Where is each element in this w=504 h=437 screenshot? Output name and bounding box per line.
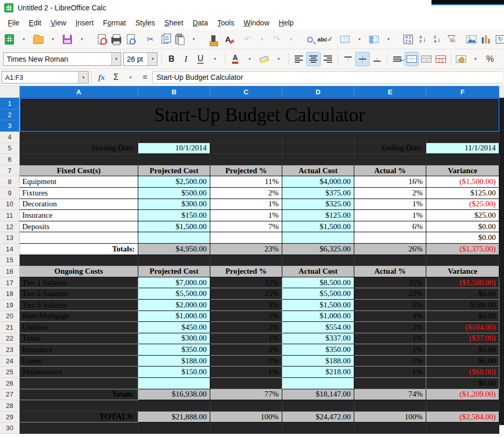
actual-pct-cell[interactable]: 2% <box>354 188 426 199</box>
variance-cell[interactable]: $0.00 <box>426 344 499 356</box>
row-header-5[interactable]: 5 <box>0 143 20 154</box>
row-header[interactable]: 23 <box>0 344 20 356</box>
cost-name-cell[interactable]: Equipment <box>20 176 138 188</box>
actual-cost-cell[interactable]: $1,000.00 <box>282 311 354 322</box>
cost-name-cell[interactable]: Fixtures <box>20 188 138 199</box>
totals-projected-cost-cell[interactable]: $16,938.00 <box>138 389 210 401</box>
row-header-16[interactable]: 16 <box>0 266 20 277</box>
clone-formatting-button[interactable] <box>207 33 220 46</box>
format-currency-button[interactable] <box>454 52 468 66</box>
variance-cell[interactable]: $0.00 <box>426 232 499 244</box>
cell[interactable] <box>138 132 210 143</box>
bold-button[interactable]: B <box>165 52 178 66</box>
header-cell[interactable]: Actual Cost <box>282 266 354 277</box>
cell[interactable] <box>426 422 499 434</box>
format-currency-dropdown[interactable]: ▾ <box>469 52 482 66</box>
cell[interactable] <box>282 255 354 266</box>
cell[interactable] <box>354 154 426 165</box>
projected-cost-cell[interactable]: $2,000.00 <box>138 300 210 311</box>
header-cell[interactable]: Actual Cost <box>282 165 354 177</box>
sort-ascending-button[interactable]: AZ↓ <box>416 33 429 46</box>
grand-totals-projected-cost-cell[interactable]: $21,888.00 <box>138 412 210 423</box>
menu-item[interactable]: Styles <box>131 17 160 29</box>
cell[interactable] <box>282 422 354 434</box>
insert-image-button[interactable] <box>465 33 478 46</box>
cell[interactable] <box>354 422 426 434</box>
variance-cell[interactable]: ($25.00) <box>426 199 499 210</box>
actual-pct-cell[interactable]: 1% <box>354 333 426 345</box>
sort-button[interactable]: A ZZ A <box>401 33 415 46</box>
row-header[interactable]: 25 <box>0 366 20 378</box>
cell[interactable] <box>354 400 426 412</box>
formula-input-line[interactable]: Start-Up Budget Calculator <box>152 71 502 83</box>
menu-item[interactable]: Edit <box>24 17 46 29</box>
header-cell[interactable]: Actual % <box>354 266 426 277</box>
variance-cell[interactable]: $0.00 <box>426 288 499 300</box>
insert-column-dropdown[interactable]: ▾ <box>382 33 395 46</box>
projected-cost-cell[interactable]: $1,000.00 <box>138 311 210 322</box>
cut-button[interactable]: ✂ <box>143 33 157 46</box>
insert-row-dropdown[interactable]: ▾ <box>353 33 366 46</box>
ending-date-value-cell[interactable]: 11/1/2014 <box>426 143 499 154</box>
menu-item[interactable]: Help <box>274 17 298 29</box>
actual-cost-cell[interactable]: $125.00 <box>282 210 354 221</box>
actual-pct-cell[interactable]: 1% <box>354 199 426 210</box>
print-button[interactable] <box>109 33 123 46</box>
cost-name-cell[interactable]: Insurance <box>20 210 138 221</box>
autofilter-button[interactable] <box>445 33 458 46</box>
variance-cell[interactable]: $25.00 <box>426 210 499 221</box>
cost-name-cell[interactable]: Decoration <box>20 199 138 210</box>
actual-pct-cell[interactable]: 1% <box>354 210 426 221</box>
variance-cell[interactable]: $0.00 <box>426 378 499 389</box>
row-header-4[interactable]: 4 <box>0 132 20 143</box>
projected-pct-cell[interactable]: 5% <box>210 311 282 322</box>
column-header-f[interactable]: F <box>426 86 499 98</box>
menu-item[interactable]: Format <box>98 17 131 29</box>
menu-item[interactable]: Window <box>239 17 274 29</box>
projected-cost-cell[interactable] <box>138 232 210 244</box>
grand-totals-projected-pct-cell[interactable]: 100% <box>210 412 282 423</box>
projected-cost-cell[interactable]: $500.00 <box>138 188 210 199</box>
actual-pct-cell[interactable]: 22% <box>354 288 426 300</box>
print-preview-button[interactable] <box>124 33 137 46</box>
variance-cell[interactable]: $0.00 <box>426 356 499 367</box>
spelling-button[interactable]: abc✓ <box>319 33 332 46</box>
row-header-28[interactable]: 28 <box>0 400 20 412</box>
row-header-7[interactable]: 7 <box>0 165 20 177</box>
row-header-1[interactable]: 1 <box>0 98 20 109</box>
row-header-27[interactable]: 27 <box>0 389 20 401</box>
clear-formatting-button[interactable]: A <box>221 33 235 46</box>
cell[interactable] <box>210 255 282 266</box>
projected-cost-cell[interactable]: $300.00 <box>138 333 210 345</box>
menu-item[interactable]: File <box>3 17 24 29</box>
row-header[interactable]: 18 <box>0 288 20 300</box>
grand-totals-variance-cell[interactable]: ($2,584.00) <box>426 412 499 423</box>
actual-pct-cell[interactable]: 4% <box>354 311 426 322</box>
grand-totals-label-cell[interactable]: TOTALS: <box>20 412 138 423</box>
row-header[interactable]: 10 <box>0 199 20 210</box>
projected-cost-cell[interactable]: $1,500.00 <box>138 221 210 233</box>
projected-pct-cell[interactable]: 25% <box>210 288 282 300</box>
paste-button[interactable] <box>172 33 186 46</box>
projected-pct-cell[interactable]: 11% <box>210 176 282 188</box>
sum-dropdown[interactable]: ▾ <box>124 71 137 84</box>
header-cell[interactable]: Ongoing Costs <box>20 266 138 277</box>
row-header[interactable]: 11 <box>0 210 20 221</box>
cost-name-cell[interactable]: Deposits <box>20 221 138 233</box>
cell[interactable] <box>426 400 499 412</box>
undo-dropdown[interactable]: ▾ <box>255 33 269 46</box>
undo-button[interactable]: ↶ <box>241 33 254 46</box>
row-header-30[interactable]: 30 <box>0 422 20 434</box>
totals-projected-pct-cell[interactable]: 77% <box>210 389 282 401</box>
function-wizard-button[interactable]: fx <box>95 71 108 84</box>
font-name-combobox[interactable]: Times New Roman ▾ <box>3 52 121 66</box>
menu-item[interactable]: Insert <box>71 17 98 29</box>
name-box-dropdown[interactable]: ▾ <box>78 72 88 83</box>
cell[interactable] <box>210 400 282 412</box>
row-header[interactable]: 19 <box>0 300 20 311</box>
projected-pct-cell[interactable]: 1% <box>210 210 282 221</box>
actual-pct-cell[interactable]: 1% <box>354 344 426 356</box>
actual-cost-cell[interactable]: $554.00 <box>282 322 354 333</box>
projected-pct-cell[interactable]: 1% <box>210 199 282 210</box>
cost-name-cell[interactable] <box>20 378 138 389</box>
